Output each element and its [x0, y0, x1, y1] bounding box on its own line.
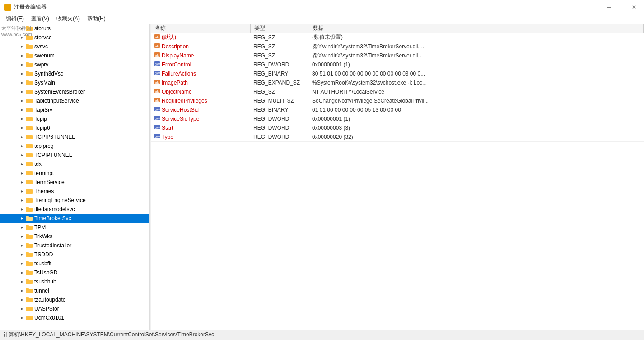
reg-value-type: REG_BINARY: [251, 71, 309, 77]
tree-expand-icon[interactable]: ►: [19, 251, 26, 258]
detail-row[interactable]: ab (默认)REG_SZ(数值未设置): [151, 33, 644, 42]
tree-item[interactable]: ► storvsc: [0, 33, 149, 42]
tree-item[interactable]: ► tunnel: [0, 286, 149, 295]
detail-row[interactable]: ab DisplayNameREG_SZ@%windir%\system32\T…: [151, 51, 644, 60]
status-bar: 计算机\HKEY_LOCAL_MACHINE\SYSTEM\CurrentCon…: [0, 330, 644, 340]
detail-row[interactable]: DW FailureActionsREG_BINARY80 51 01 00 0…: [151, 69, 644, 78]
tree-item[interactable]: ► Tcpip: [0, 114, 149, 123]
tree-item[interactable]: ► Tcpip6: [0, 123, 149, 132]
detail-row[interactable]: ab RequiredPrivilegesREG_MULTI_SZSeChang…: [151, 96, 644, 105]
tree-expand-icon[interactable]: ►: [19, 133, 26, 141]
tree-expand-icon[interactable]: ►: [19, 161, 26, 168]
tree-item[interactable]: ► TieringEngineService: [0, 196, 149, 205]
tree-expand-icon[interactable]: ►: [19, 305, 26, 312]
detail-row[interactable]: DW ServiceSidTypeREG_DWORD0x00000001 (1): [151, 114, 644, 123]
tree-expand-icon[interactable]: ►: [19, 224, 26, 231]
tree-expand-icon[interactable]: ►: [19, 206, 26, 213]
tree-expand-icon[interactable]: ►: [19, 242, 26, 249]
tree-expand-icon[interactable]: ►: [19, 296, 26, 303]
tree-item-label: tzautoupdate: [34, 297, 65, 303]
tree-item[interactable]: ► TCPIPTUNNEL: [0, 151, 149, 160]
reg-value-type: REG_DWORD: [251, 134, 309, 140]
tree-item[interactable]: ► TPM: [0, 223, 149, 232]
tree-expand-icon[interactable]: ►: [19, 25, 26, 32]
detail-row[interactable]: DW StartREG_DWORD0x00000003 (3): [151, 123, 644, 132]
detail-row[interactable]: DW ServiceHostSidREG_BINARY01 01 00 00 0…: [151, 105, 644, 114]
folder-icon: [26, 206, 33, 213]
detail-row[interactable]: DW ErrorControlREG_DWORD0x00000001 (1): [151, 60, 644, 69]
tree-item[interactable]: ► Themes: [0, 187, 149, 196]
tree-expand-icon[interactable]: ►: [19, 43, 26, 50]
tree-expand-icon[interactable]: ►: [19, 61, 26, 68]
detail-row[interactable]: DW TypeREG_DWORD0x00000020 (32): [151, 132, 644, 142]
menu-edit[interactable]: 编辑(E): [2, 14, 28, 24]
tree-scroll[interactable]: ► storuts► storvsc► svsvc► swenum► swprv…: [0, 24, 149, 330]
tree-expand-icon[interactable]: ►: [19, 215, 26, 222]
close-button[interactable]: ✕: [628, 3, 640, 12]
tree-expand-icon[interactable]: ►: [19, 260, 26, 267]
tree-expand-icon[interactable]: ►: [19, 179, 26, 186]
tree-expand-icon[interactable]: ►: [19, 79, 26, 86]
tree-expand-icon[interactable]: ►: [19, 151, 26, 159]
tree-expand-icon[interactable]: ►: [19, 34, 26, 41]
tree-expand-icon[interactable]: ►: [19, 278, 26, 285]
tree-item[interactable]: ► storuts: [0, 24, 149, 33]
tree-expand-icon[interactable]: ►: [19, 115, 26, 123]
tree-expand-icon[interactable]: ►: [19, 88, 26, 95]
tree-item[interactable]: ► SystemEventsBroker: [0, 87, 149, 96]
tree-item[interactable]: ► terminpt: [0, 169, 149, 178]
tree-item[interactable]: ► TimeBrokerSvc: [0, 214, 149, 223]
tree-item[interactable]: ► tzautoupdate: [0, 295, 149, 304]
reg-value-icon: DW: [154, 70, 160, 77]
tree-item[interactable]: ► tdx: [0, 160, 149, 169]
tree-item[interactable]: ► SysMain: [0, 78, 149, 87]
tree-item-label: swprv: [34, 61, 48, 68]
tree-expand-icon[interactable]: ►: [19, 70, 26, 77]
tree-expand-icon[interactable]: ►: [19, 197, 26, 204]
tree-item[interactable]: ► tcpipreg: [0, 142, 149, 151]
detail-scroll[interactable]: ab (默认)REG_SZ(数值未设置) ab DescriptionREG_S…: [151, 33, 644, 330]
tree-item[interactable]: ► TapiSrv: [0, 105, 149, 114]
detail-row[interactable]: ab ObjectNameREG_SZNT AUTHORITY\LocalSer…: [151, 87, 644, 96]
menu-help[interactable]: 帮助(H): [84, 14, 109, 24]
tree-item[interactable]: ► TabletInputService: [0, 96, 149, 105]
tree-expand-icon[interactable]: ►: [19, 170, 26, 177]
tree-item[interactable]: ► TCPIP6TUNNEL: [0, 132, 149, 142]
tree-item[interactable]: ► TsUsbGD: [0, 268, 149, 277]
tree-item[interactable]: ► TermService: [0, 178, 149, 187]
tree-item[interactable]: ► UASPStor: [0, 304, 149, 313]
tree-item[interactable]: ► TrkWks: [0, 232, 149, 241]
tree-item-label: storvsc: [34, 34, 51, 41]
tree-expand-icon[interactable]: ►: [19, 97, 26, 104]
tree-expand-icon[interactable]: ►: [19, 314, 26, 321]
menu-view[interactable]: 查看(V): [28, 14, 53, 24]
tree-item[interactable]: ► TrustedInstaller: [0, 241, 149, 250]
tree-item[interactable]: ► swenum: [0, 51, 149, 60]
tree-item[interactable]: ► tiledatamodelsvc: [0, 205, 149, 214]
tree-item[interactable]: ► tsusbhub: [0, 277, 149, 286]
tree-expand-icon[interactable]: ►: [19, 124, 26, 132]
svg-rect-57: [26, 261, 29, 263]
tree-expand-icon[interactable]: ►: [19, 188, 26, 195]
minimize-button[interactable]: ─: [603, 3, 615, 12]
tree-item[interactable]: ► swprv: [0, 60, 149, 69]
tree-expand-icon[interactable]: ►: [19, 233, 26, 240]
tree-expand-icon[interactable]: ►: [19, 269, 26, 276]
tree-expand-icon[interactable]: ►: [19, 287, 26, 294]
tree-expand-icon[interactable]: ►: [19, 142, 26, 150]
detail-row[interactable]: ab DescriptionREG_SZ@%windir%\system32\T…: [151, 42, 644, 51]
tree-item[interactable]: ► TSDDD: [0, 250, 149, 259]
tree-expand-icon[interactable]: ►: [19, 52, 26, 59]
tree-item-label: TPM: [34, 224, 46, 231]
reg-value-name: Start: [162, 125, 173, 131]
tree-item[interactable]: ► UcmCx0101: [0, 313, 149, 322]
folder-icon: [26, 233, 33, 241]
tree-expand-icon[interactable]: ►: [19, 106, 26, 113]
tree-item[interactable]: ► Synth3dVsc: [0, 69, 149, 78]
svg-rect-3: [8, 8, 10, 10]
detail-row[interactable]: ab ImagePathREG_EXPAND_SZ%SystemRoot%\sy…: [151, 78, 644, 87]
tree-item[interactable]: ► svsvc: [0, 42, 149, 51]
maximize-button[interactable]: □: [616, 3, 627, 12]
menu-favorites[interactable]: 收藏夹(A): [53, 14, 84, 24]
tree-item[interactable]: ► tsusbflt: [0, 259, 149, 268]
